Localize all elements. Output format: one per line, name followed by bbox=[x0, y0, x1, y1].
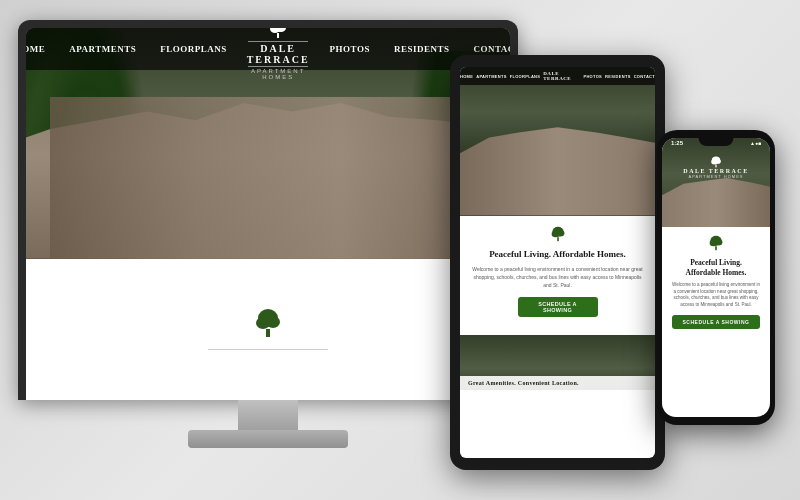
nav-item-apartments[interactable]: Apartments bbox=[61, 40, 144, 58]
tablet-logo: DALE TERRACE bbox=[543, 71, 580, 81]
tablet-body-text: Welcome to a peaceful living environment… bbox=[472, 265, 643, 289]
monitor-stand-base bbox=[188, 430, 348, 448]
tablet-screen: Home Apartments Floorplans DALE TERRACE … bbox=[460, 67, 655, 458]
svg-rect-7 bbox=[266, 329, 270, 337]
phone-headline: Peaceful Living. Affordable Homes. bbox=[672, 258, 760, 278]
desktop-monitor: Home Apartments Floorplans bbox=[18, 20, 518, 440]
phone-screen: 1:25 ▲●■ DALE TERRACE APARTMEN bbox=[662, 138, 770, 417]
phone-time: 1:25 bbox=[671, 140, 683, 146]
phone-status-icons: ▲●■ bbox=[750, 140, 761, 146]
desktop-nav: Home Apartments Floorplans bbox=[26, 28, 510, 70]
logo-divider-bottom bbox=[248, 66, 308, 67]
phone-tree-icon bbox=[672, 235, 760, 255]
tablet: Home Apartments Floorplans DALE TERRACE … bbox=[450, 55, 665, 470]
phone-logo-subtitle: APARTMENT HOMES bbox=[688, 174, 743, 179]
logo-divider-top bbox=[248, 41, 308, 42]
tablet-bottom-headline: Great Amenities. Convenient Location. bbox=[468, 380, 647, 386]
phone-cta-button[interactable]: Schedule a Showing bbox=[672, 315, 760, 329]
tablet-nav-residents[interactable]: Residents bbox=[605, 74, 631, 79]
tablet-nav: Home Apartments Floorplans DALE TERRACE … bbox=[460, 67, 655, 85]
monitor-stand-neck bbox=[238, 400, 298, 430]
phone-frame: 1:25 ▲●■ DALE TERRACE APARTMEN bbox=[657, 130, 775, 425]
tablet-cta-button[interactable]: Schedule a Showing bbox=[518, 297, 598, 317]
phone-content: Peaceful Living. Affordable Homes. Welco… bbox=[662, 227, 770, 335]
monitor-frame: Home Apartments Floorplans bbox=[18, 20, 518, 400]
phone-body-text: Welcome to a peaceful living environment… bbox=[672, 282, 760, 309]
desktop-logo: DALE TERRACE APARTMENT HOMES bbox=[235, 28, 322, 80]
svg-point-18 bbox=[714, 239, 722, 245]
tablet-bottom-text: Great Amenities. Convenient Location. bbox=[460, 376, 655, 390]
tablet-nav-apartments[interactable]: Apartments bbox=[476, 74, 506, 79]
svg-rect-19 bbox=[715, 246, 717, 250]
nav-item-photos[interactable]: Photos bbox=[322, 40, 378, 58]
desktop-logo-title: DALE TERRACE bbox=[247, 43, 310, 65]
scene: Home Apartments Floorplans bbox=[0, 0, 800, 500]
svg-rect-11 bbox=[557, 237, 559, 241]
tablet-nav-photos[interactable]: Photos bbox=[583, 74, 602, 79]
tablet-hero-building bbox=[460, 112, 655, 216]
phone: 1:25 ▲●■ DALE TERRACE APARTMEN bbox=[657, 130, 775, 425]
monitor-bezel: Home Apartments Floorplans bbox=[26, 28, 510, 400]
tablet-bottom-section: Great Amenities. Convenient Location. bbox=[460, 335, 655, 390]
desktop-logo-subtitle: APARTMENT HOMES bbox=[247, 68, 310, 80]
nav-item-residents[interactable]: Residents bbox=[386, 40, 458, 58]
svg-rect-3 bbox=[277, 33, 279, 38]
svg-rect-15 bbox=[715, 164, 716, 167]
phone-logo-area: DALE TERRACE APARTMENT HOMES bbox=[662, 156, 770, 179]
monitor-screen: Home Apartments Floorplans bbox=[26, 28, 510, 400]
tablet-content: Peaceful Living. Affordable Homes. Welco… bbox=[460, 216, 655, 336]
desktop-nav-left: Home Apartments Floorplans bbox=[26, 40, 235, 58]
svg-point-14 bbox=[715, 159, 721, 164]
phone-status-bar: 1:25 ▲●■ bbox=[667, 138, 765, 156]
tablet-tree-icon bbox=[472, 226, 643, 245]
tablet-headline: Peaceful Living. Affordable Homes. bbox=[472, 249, 643, 261]
svg-point-6 bbox=[266, 316, 280, 328]
desktop-lower-divider bbox=[208, 349, 328, 350]
tablet-nav-floorplans[interactable]: Floorplans bbox=[510, 74, 541, 79]
desktop-hero: Home Apartments Floorplans bbox=[26, 28, 510, 259]
tablet-hero: Home Apartments Floorplans DALE TERRACE … bbox=[460, 67, 655, 216]
svg-point-10 bbox=[556, 230, 564, 236]
nav-item-home[interactable]: Home bbox=[26, 40, 53, 58]
phone-logo-tree-icon bbox=[710, 156, 722, 168]
desktop-lower bbox=[26, 259, 510, 400]
building-overlay bbox=[50, 97, 486, 258]
tablet-nav-contact[interactable]: Contact bbox=[634, 74, 655, 79]
tablet-frame: Home Apartments Floorplans DALE TERRACE … bbox=[450, 55, 665, 470]
logo-tree-icon bbox=[268, 28, 288, 39]
tablet-nav-home[interactable]: Home bbox=[460, 74, 473, 79]
nav-item-floorplans[interactable]: Floorplans bbox=[152, 40, 235, 58]
desktop-tree-icon bbox=[253, 308, 283, 343]
website-desktop: Home Apartments Floorplans bbox=[26, 28, 510, 400]
